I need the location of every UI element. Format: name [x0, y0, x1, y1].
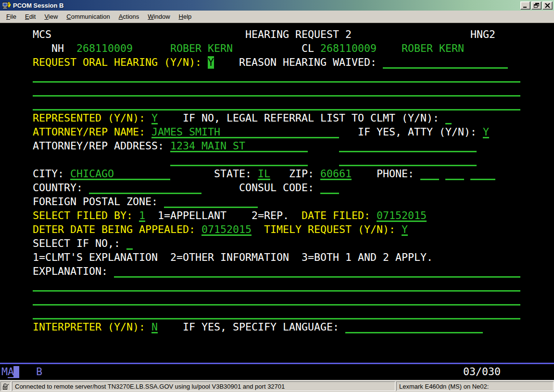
terminal-screen[interactable]: MCSHEARING REQUEST 2HNG2NH268110009ROBER…: [0, 23, 554, 363]
menu-item-help[interactable]: Help: [175, 12, 196, 22]
terminal-label: DETER DATE BEING APPEALED:: [33, 223, 195, 236]
oia-cursor-position: 03/030: [463, 366, 501, 378]
terminal-row-0: MCSHEARING REQUEST 2HNG2: [0, 28, 554, 42]
field-deter-date-being-appealed[interactable]: 07152015: [201, 223, 252, 236]
field-explanation[interactable]: [114, 265, 520, 278]
field-attorney-rep-address-1[interactable]: 1234 MAIN ST: [170, 140, 308, 152]
field-timely-request[interactable]: Y: [402, 223, 408, 236]
terminal-label: REASON HEARING WAIVED:: [239, 56, 377, 69]
menu-item-window[interactable]: Window: [143, 12, 174, 22]
terminal-row-7: ATTORNEY/REP NAME:JAMES SMITHIF YES, ATT…: [0, 125, 554, 139]
field-explanation-line-3[interactable]: [33, 293, 520, 306]
field-state[interactable]: IL: [258, 168, 270, 180]
field-legal-referral-list[interactable]: [445, 112, 452, 124]
field-consul-code[interactable]: [320, 182, 339, 194]
terminal-label: DATE FILED:: [302, 209, 370, 222]
terminal-label: FOREIGN POSTAL ZONE:: [33, 196, 158, 208]
menu-bar: FileEditViewCommunicationActionsWindowHe…: [0, 11, 554, 23]
field-atty-yn[interactable]: Y: [483, 126, 489, 138]
oia-session-id: B: [36, 366, 42, 378]
terminal-row-2: REQUEST ORAL HEARING (Y/N):YREASON HEARI…: [0, 56, 554, 70]
app-icon: [2, 1, 11, 9]
field-attorney-rep-name[interactable]: JAMES SMITH: [151, 126, 339, 138]
field-country[interactable]: [89, 182, 201, 194]
minimize-button[interactable]: [520, 1, 530, 10]
field-foreign-postal-zone[interactable]: [164, 196, 258, 208]
terminal-row-8: ATTORNEY/REP ADDRESS:1234 MAIN ST: [0, 139, 554, 153]
field-reason-hearing-waived-line-2[interactable]: [33, 70, 520, 83]
connection-status: Connected to remote server/host TN3270E.…: [12, 381, 395, 391]
field-city[interactable]: CHICAGO: [70, 168, 170, 180]
field-reason-hearing-waived[interactable]: [383, 56, 508, 69]
field-zip[interactable]: 60661: [320, 168, 352, 180]
terminal-row-19: [0, 293, 554, 306]
terminal-label: REPRESENTED (Y/N):: [33, 112, 145, 124]
oia-indicator-m: M: [1, 366, 8, 378]
terminal-row-16: 1=CLMT'S EXPLANATION 2=OTHER INFORMATION…: [0, 251, 554, 265]
terminal-row-18: [0, 279, 554, 293]
terminal-label: CL: [302, 42, 314, 55]
terminal-label: EXPLANATION:: [33, 265, 108, 278]
terminal-label: HNG2: [470, 28, 495, 41]
terminal-label: 2=REP.: [252, 209, 289, 222]
menu-item-actions[interactable]: Actions: [114, 12, 144, 22]
terminal-label: COUNTRY:: [33, 182, 83, 194]
close-button[interactable]: [542, 1, 553, 10]
field-interpreter[interactable]: N: [151, 321, 158, 333]
field-phone-area[interactable]: [420, 168, 439, 180]
terminal-label: ATTORNEY/REP ADDRESS:: [33, 140, 164, 152]
terminal-label: IF NO, LEGAL REFERRAL LIST TO CLMT (Y/N)…: [183, 112, 439, 124]
terminal-label: REQUEST ORAL HEARING (Y/N):: [33, 56, 201, 69]
field-attorney-rep-address-3[interactable]: [170, 154, 308, 166]
terminal-label: 1=APPELLANT: [158, 209, 227, 222]
menu-item-view[interactable]: View: [40, 12, 62, 22]
field-phone-line[interactable]: [470, 168, 495, 180]
pcom-window: PCOM Session B FileEditViewCommunication…: [0, 0, 554, 392]
terminal-label: TIMELY REQUEST (Y/N):: [264, 223, 395, 236]
terminal-label: IF YES, ATTY (Y/N):: [358, 126, 477, 138]
field-attorney-rep-address-4[interactable]: [339, 154, 477, 166]
menu-item-file[interactable]: File: [2, 12, 21, 22]
terminal-row-12: FOREIGN POSTAL ZONE:: [0, 195, 554, 209]
terminal-label: ATTORNEY/REP NAME:: [33, 126, 145, 138]
terminal-row-1: NH268110009ROBER KERNCL268110009ROBER KE…: [0, 42, 554, 56]
terminal-row-20: [0, 306, 554, 320]
padlock-icon: [2, 383, 10, 390]
terminal-row-9: [0, 153, 554, 167]
restore-button[interactable]: [531, 1, 541, 10]
field-phone-prefix[interactable]: [445, 168, 464, 180]
printer-status: Lexmark E460dn (MS) on Ne02:: [396, 381, 554, 391]
terminal-label: NH: [51, 42, 64, 55]
field-attorney-rep-address-2[interactable]: [339, 140, 477, 152]
terminal-label: INTERPRETER (Y/N):: [33, 321, 145, 333]
field-reason-hearing-waived-line-3[interactable]: [33, 84, 520, 97]
terminal-row-17: EXPLANATION:: [0, 265, 554, 279]
menu-item-edit[interactable]: Edit: [21, 12, 40, 22]
terminal-row-13: SELECT FILED BY:11=APPELLANT2=REP.DATE F…: [0, 209, 554, 223]
field-select-if-no[interactable]: [126, 237, 133, 250]
field-explanation-line-4[interactable]: [33, 307, 520, 319]
terminal-label: IF YES, SPECIFY LANGUAGE:: [183, 321, 339, 333]
field-request-oral-hearing[interactable]: Y: [208, 56, 214, 69]
terminal-label: ZIP:: [289, 168, 314, 180]
terminal-row-3: [0, 70, 554, 84]
field-represented[interactable]: Y: [151, 112, 158, 124]
field-reason-hearing-waived-line-4[interactable]: [33, 98, 520, 110]
connection-icon-panel: [0, 381, 11, 391]
terminal-row-11: COUNTRY:CONSUL CODE:: [0, 181, 554, 195]
menu-item-communication[interactable]: Communication: [62, 12, 114, 22]
terminal-row-14: DETER DATE BEING APPEALED:07152015TIMELY…: [0, 223, 554, 237]
field-specify-language[interactable]: [345, 321, 483, 333]
field-select-filed-by[interactable]: 1: [139, 209, 145, 222]
terminal-label: SELECT FILED BY:: [33, 209, 133, 222]
field-explanation-line-2[interactable]: [33, 279, 520, 292]
oia-connection-block: [13, 366, 19, 378]
terminal-label: 268110009: [320, 42, 377, 55]
field-date-filed[interactable]: 07152015: [377, 209, 427, 222]
terminal-label: SELECT IF NO,:: [33, 237, 120, 250]
terminal-row-6: REPRESENTED (Y/N):YIF NO, LEGAL REFERRAL…: [0, 111, 554, 125]
status-bar: Connected to remote server/host TN3270E.…: [0, 380, 554, 392]
terminal-label: 1=CLMT'S EXPLANATION 2=OTHER INFORMATION…: [33, 251, 433, 264]
terminal-label: CITY:: [33, 168, 64, 180]
terminal-label: ROBER KERN: [170, 42, 233, 55]
